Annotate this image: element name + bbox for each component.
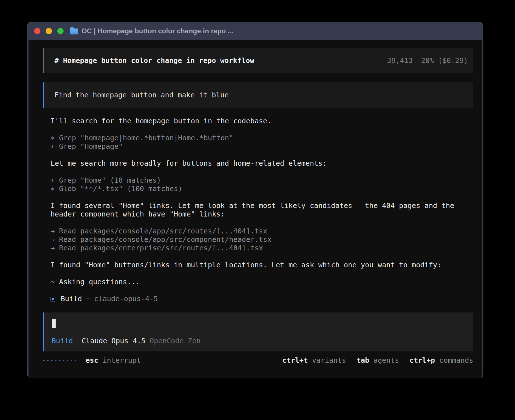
user-message-text: Find the homepage button and make it blu… (54, 91, 229, 99)
minimize-button[interactable] (46, 28, 52, 34)
chat-line: → Read packages/enterprise/src/routes/[.… (51, 244, 473, 252)
terminal-window: OC | Homepage button color change in rep… (27, 22, 483, 378)
user-message: Find the homepage button and make it blu… (43, 82, 473, 108)
chat-line: ∗ Grep "homepage|home.*button|Home.*butt… (51, 134, 473, 142)
window-title: OC | Homepage button color change in rep… (82, 27, 234, 35)
chat-line (51, 252, 473, 261)
session-stats: 39,41320% ($0.29) (387, 56, 468, 65)
session-header: # Homepage button color change in repo w… (43, 48, 473, 73)
titlebar[interactable]: OC | Homepage button color change in rep… (27, 22, 483, 40)
terminal-content: # Homepage button color change in repo w… (29, 40, 482, 378)
token-count: 39,413 (387, 56, 413, 65)
chat-line (51, 151, 473, 159)
chat-line (51, 269, 473, 278)
chat-line: Let me search more broadly for buttons a… (51, 159, 473, 168)
chat-line: I found several "Home" links. Let me loo… (51, 202, 473, 210)
shortcut-commands: ctrl+p commands (409, 356, 473, 365)
prompt-input[interactable]: Build Claude Opus 4.5 OpenCode Zen (43, 312, 473, 351)
chat-line (51, 218, 473, 227)
status-bar: esc interrupt ctrl+t variants tab agents… (43, 356, 473, 365)
shortcut-hints: ctrl+t variants tab agents ctrl+p comman… (272, 356, 473, 365)
shortcut-agents: tab agents (357, 356, 399, 365)
chat-line: I found "Home" buttons/links in multiple… (51, 261, 473, 269)
agent-badge: Build · claude-opus-4-5 (43, 295, 473, 303)
context-cost: 20% ($0.29) (421, 56, 468, 65)
title-group: OC | Homepage button color change in rep… (70, 27, 234, 35)
agent-name: Build (61, 295, 82, 303)
text-cursor (52, 319, 56, 328)
chat-line: → Read packages/console/app/src/routes/[… (51, 227, 473, 235)
chat-line: → Read packages/console/app/src/componen… (51, 235, 473, 244)
esc-label: interrupt (102, 356, 141, 365)
shortcut-variants: ctrl+t variants (282, 356, 346, 365)
input-footer: Build Claude Opus 4.5 OpenCode Zen (52, 337, 468, 345)
close-button[interactable] (34, 28, 40, 34)
chat-line: I'll search for the homepage button in t… (51, 117, 473, 125)
chat-line: ∗ Grep "Homepage" (51, 142, 473, 151)
spinner-dots (43, 360, 76, 361)
input-model-label[interactable]: Claude Opus 4.5 (82, 337, 145, 345)
chat-log: I'll search for the homepage button in t… (43, 117, 473, 295)
desktop: OC | Homepage button color change in rep… (0, 0, 515, 420)
chat-line (51, 125, 473, 134)
chat-line: ~ Asking questions... (51, 278, 473, 286)
chat-line: header component which have "Home" links… (51, 210, 473, 218)
esc-key-hint: esc (86, 356, 98, 365)
folder-icon (70, 29, 78, 34)
chat-line (51, 168, 473, 176)
chat-line (51, 286, 473, 295)
chat-line: ∗ Grep "Home" (18 matches) (51, 176, 473, 185)
agent-icon (51, 297, 55, 301)
chat-line: ∗ Glob "**/*.tsx" (100 matches) (51, 185, 473, 193)
input-agent-label[interactable]: Build (52, 337, 73, 345)
session-title: # Homepage button color change in repo w… (54, 56, 254, 65)
chat-line (51, 193, 473, 202)
traffic-lights (34, 28, 64, 34)
input-provider-label: OpenCode Zen (150, 337, 201, 345)
agent-model: claude-opus-4-5 (94, 295, 158, 303)
maximize-button[interactable] (57, 28, 64, 34)
badge-separator: · (82, 295, 94, 303)
esc-action-label (98, 356, 102, 365)
